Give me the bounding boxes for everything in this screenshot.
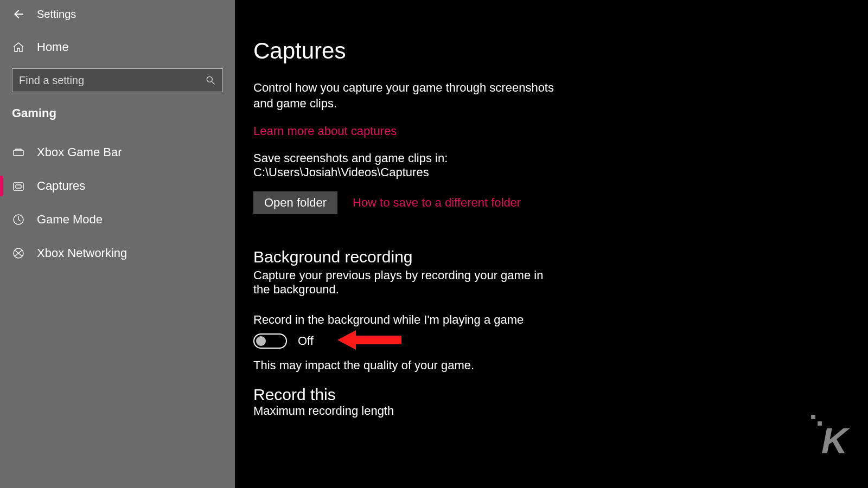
bg-toggle-row: Off	[253, 333, 846, 349]
svg-rect-2	[14, 150, 23, 156]
svg-rect-8	[811, 415, 815, 419]
bg-toggle-state: Off	[298, 334, 314, 348]
app-title: Settings	[37, 8, 76, 21]
svg-rect-3	[14, 183, 23, 190]
bg-recording-subtitle: Capture your previous plays by recording…	[253, 268, 557, 297]
svg-marker-7	[337, 330, 401, 350]
gamebar-icon	[12, 146, 25, 159]
category-heading: Gaming	[0, 104, 235, 136]
save-path-text: Save screenshots and game clips in: C:\U…	[253, 151, 568, 179]
different-folder-link[interactable]: How to save to a different folder	[353, 196, 521, 210]
home-icon	[12, 41, 25, 54]
open-folder-button[interactable]: Open folder	[253, 191, 337, 214]
max-length-label: Maximum recording length	[253, 404, 846, 418]
gamemode-icon	[12, 213, 25, 226]
toggle-knob	[256, 336, 266, 346]
settings-sidebar: Settings Home Gaming Xbox Game Bar Captu…	[0, 0, 235, 488]
svg-rect-4	[16, 185, 21, 188]
main-panel: Captures Control how you capture your ga…	[235, 0, 868, 488]
bg-record-toggle[interactable]	[253, 333, 287, 349]
watermark-logo: K	[808, 412, 855, 459]
annotation-arrow	[337, 327, 403, 353]
learn-more-link[interactable]: Learn more about captures	[253, 124, 397, 138]
sidebar-item-label: Xbox Networking	[37, 246, 127, 260]
folder-button-row: Open folder How to save to a different f…	[253, 191, 846, 214]
svg-point-0	[207, 76, 212, 82]
sidebar-item-label: Xbox Game Bar	[37, 145, 122, 159]
svg-text:K: K	[821, 420, 850, 459]
home-nav[interactable]: Home	[0, 35, 235, 68]
sidebar-item-label: Captures	[37, 179, 85, 193]
xbox-icon	[12, 247, 25, 260]
intro-text: Control how you capture your game throug…	[253, 80, 568, 111]
sidebar-item-captures[interactable]: Captures	[0, 169, 235, 203]
record-this-title: Record this	[253, 386, 846, 404]
captures-icon	[12, 179, 25, 192]
bg-recording-note: This may impact the quality of your game…	[253, 358, 846, 373]
page-title: Captures	[253, 38, 846, 64]
search-icon	[205, 75, 216, 86]
sidebar-item-label: Game Mode	[37, 213, 103, 227]
back-icon[interactable]	[12, 8, 25, 21]
search-input[interactable]	[19, 74, 205, 87]
bg-toggle-label: Record in the background while I'm playi…	[253, 313, 846, 327]
sidebar-item-xbox-networking[interactable]: Xbox Networking	[0, 236, 235, 270]
sidebar-item-game-mode[interactable]: Game Mode	[0, 203, 235, 236]
sidebar-item-xbox-game-bar[interactable]: Xbox Game Bar	[0, 136, 235, 169]
bg-recording-title: Background recording	[253, 248, 846, 266]
search-box[interactable]	[12, 68, 223, 92]
svg-line-1	[212, 82, 215, 85]
sidebar-header: Settings	[0, 4, 235, 35]
home-label: Home	[37, 40, 69, 54]
